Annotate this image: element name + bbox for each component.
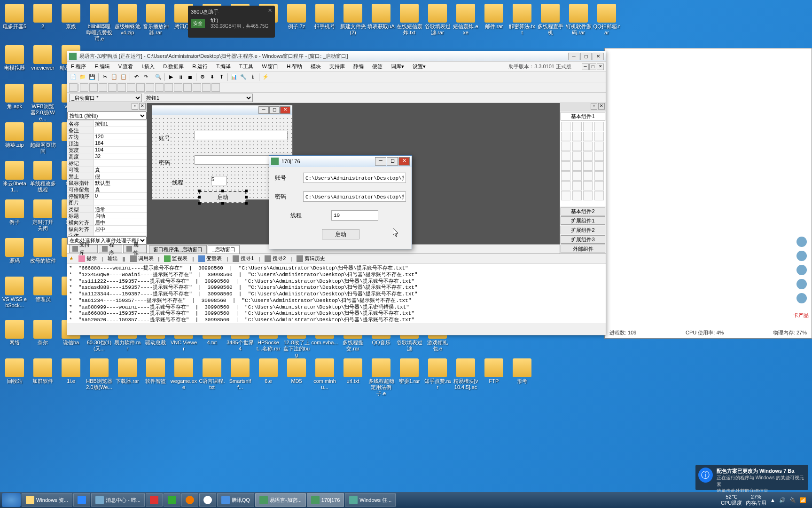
component-icon[interactable] [594,151,604,161]
toolbar-icon[interactable]: 📊 [230,73,238,81]
prop-value[interactable] [94,127,147,133]
component-icon[interactable] [594,132,604,141]
prop-value[interactable]: 默认型 [94,180,147,186]
maximize-button[interactable]: ◻ [580,53,592,60]
prop-value[interactable] [94,199,147,206]
taskbar-item[interactable]: 消息中心 - 哔... [91,493,145,507]
desktop-icon[interactable]: 解密算法.txt [508,4,536,36]
prop-value[interactable]: 184 [94,140,147,146]
component-icon[interactable] [594,191,604,200]
align-icon[interactable] [89,83,98,92]
desktop-icon[interactable]: WEB浏览器2.0版(We... [29,84,56,122]
align-icon[interactable] [164,83,173,92]
component-tab[interactable]: 扩展组件2 [561,226,605,234]
prop-value[interactable]: 104 [94,147,147,153]
align-icon[interactable] [183,83,192,92]
desktop-icon[interactable]: 邮件.rar [480,4,508,30]
align-icon[interactable] [108,83,117,92]
property-row[interactable]: 高度32 [67,153,147,160]
desktop-icon[interactable]: 密委1.rar [396,358,423,384]
component-icon[interactable] [583,122,593,131]
taskbar-item[interactable] [181,493,198,507]
debug-tab[interactable]: 搜寻1 [231,255,256,262]
align-icon[interactable] [117,83,126,92]
taskbar-item[interactable]: 易语言-加密... [255,493,306,507]
input-thread[interactable] [331,210,378,221]
desktop-icon[interactable]: 精易模块[v10.4.5].ec [452,358,479,390]
prop-value[interactable] [94,232,147,236]
window-combo[interactable]: _启动窗口 * [69,94,142,102]
component-icon[interactable] [583,151,593,161]
prop-value[interactable]: 32 [94,153,147,159]
component-icon[interactable] [594,161,604,171]
component-icon[interactable] [583,161,593,171]
start-button[interactable] [2,493,21,507]
desktop-icon[interactable]: 管理员 [29,277,56,302]
minimize-button[interactable]: ─ [568,53,579,60]
tray-icon[interactable]: 🔌 [789,497,796,503]
component-icon[interactable] [561,142,570,151]
toolbar-icon[interactable]: 🔧 [239,73,248,81]
align-icon[interactable] [193,83,201,92]
prop-value[interactable] [94,160,147,166]
desktop-icon[interactable]: 填表获取uA [367,4,395,30]
desktop-icon[interactable]: 例子 [1,199,28,225]
desktop-icon[interactable]: 6.e [255,358,282,384]
debug-tab[interactable]: 调用表 [128,255,156,262]
desktop-icon[interactable]: Smartsniff... [226,358,254,390]
desktop-icon[interactable]: 谷歌填表过滤.rar [424,4,451,36]
desktop-icon[interactable]: FTP [480,358,508,384]
taskbar-item[interactable]: Windows 任... [345,493,396,507]
desktop-icon[interactable]: vncviewer [29,45,56,71]
desktop-icon[interactable]: C语言课程.txt [198,358,226,390]
prop-value[interactable]: 按钮1 [94,120,147,127]
property-row[interactable]: 可视真 [67,167,147,173]
toolbar-icon[interactable]: ⏹ [186,73,194,81]
component-icon[interactable] [572,122,582,131]
component-icon[interactable] [594,142,604,151]
toolbar-icon[interactable]: 📋 [119,73,128,81]
desktop-icon[interactable]: 电多开器5 [1,4,28,30]
component-icon[interactable] [572,132,582,141]
debug-tab[interactable]: 提示 [77,255,99,262]
property-row[interactable]: 类型通常 [67,206,147,213]
desktop-icon[interactable]: 单线程改多线程 [29,161,56,193]
desktop-icon[interactable]: 短信轰炸.exe [452,4,479,36]
desktop-icon[interactable]: 定时打开 关闭 [29,199,56,231]
toolbar-icon[interactable]: 💾 [88,73,96,81]
taskbar-item[interactable] [146,493,163,507]
desktop-icon[interactable]: 软件智盗 [142,358,169,384]
menu-item[interactable]: 词库▾ [389,62,406,71]
toolbar-icon[interactable]: 📄 [69,73,78,81]
tab-properties[interactable]: 属性 [123,245,147,253]
desktop-icon[interactable]: 改号的软件 [29,238,56,264]
system-tray[interactable]: 52℃CPU温度 27%内存占用 ▲ 🔊 🔌 📶 [721,494,810,506]
minimize-button[interactable]: ─ [375,157,386,166]
desktop-icon[interactable]: MD5 [283,358,310,384]
windows-notification[interactable]: ⓘ 配色方案已更改为 Windows 7 Ba 正在运行的程序与 Windows… [695,465,808,490]
prop-value[interactable]: 居中 [94,219,147,225]
desktop-icon[interactable]: 知乎点赞.rar [424,358,451,390]
desktop-icon[interactable]: 德英.zip [1,122,28,148]
component-icon[interactable] [583,171,593,181]
desktop-icon[interactable]: com.minhu... [311,358,338,390]
desktop-icon[interactable]: HBB浏览器2.0版(We... [86,358,113,390]
component-icon[interactable] [594,122,604,131]
prop-value[interactable]: 启动 [94,213,147,219]
taskbar-item[interactable]: 腾讯QQ [217,493,254,507]
align-icon[interactable] [211,83,220,92]
property-row[interactable]: 顶边184 [67,140,147,147]
property-row[interactable]: 可停留焦点真 [67,186,147,193]
component-icon[interactable] [572,171,582,181]
label-password[interactable]: 密码 [159,159,170,167]
desktop-icon[interactable]: 米云0beta1... [1,161,28,193]
component-tab[interactable]: 扩展组件1 [561,216,605,225]
menu-item[interactable]: 便签 [370,62,384,71]
close-icon[interactable]: ✕ [268,8,272,14]
debug-tab[interactable]: 监视表 [162,255,189,262]
menu-item[interactable]: V.查看 [117,62,135,71]
toolbar-icon[interactable]: ▶ [167,73,175,81]
menu-item[interactable]: T.编译 [214,62,233,71]
component-icon[interactable] [572,191,582,200]
align-icon[interactable] [80,83,88,92]
